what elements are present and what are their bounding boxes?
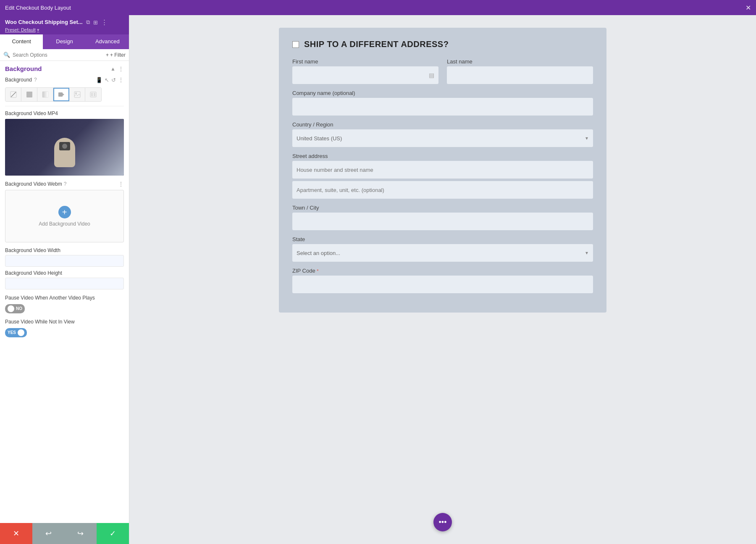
pause-video-view-toggle[interactable]: YES	[5, 328, 27, 337]
toggle-row-yes: YES	[5, 328, 124, 337]
svg-marker-5	[63, 93, 64, 96]
sidebar-header: Woo Checkout Shipping Set... ⧉ ⊞ ⋮ Prese…	[0, 15, 129, 34]
section-controls: ▲ ⋮	[110, 66, 124, 72]
state-row: State Select an option... ▾	[292, 236, 593, 262]
add-video-button[interactable]: + Add Background Video	[5, 190, 124, 242]
town-col: Town / City	[292, 205, 593, 230]
pause-video-another-toggle[interactable]: NO	[5, 304, 25, 313]
webm-more-icon[interactable]: ⋮	[118, 181, 124, 187]
filter-icon: +	[106, 52, 109, 58]
video-mp4-label: Background Video MP4	[5, 110, 124, 116]
svg-point-7	[75, 92, 77, 94]
collapse-icon[interactable]: ▲	[110, 66, 116, 72]
video-preview-image	[50, 138, 79, 176]
search-bar: 🔍 + + Filter	[0, 49, 129, 61]
tab-design[interactable]: Design	[43, 34, 86, 49]
state-select[interactable]: Select an option...	[292, 244, 593, 262]
floating-dots-button[interactable]: •••	[433, 513, 452, 531]
sidebar-grid-icon[interactable]: ⊞	[93, 19, 98, 26]
search-input[interactable]	[13, 52, 103, 58]
top-bar: Edit Checkout Body Layout ✕	[0, 0, 756, 15]
town-input[interactable]	[292, 213, 593, 230]
street-address-row: Street address	[292, 153, 593, 199]
video-height-label: Background Video Height	[5, 270, 124, 276]
form-title-row: SHIP TO A DIFFERENT ADDRESS?	[292, 39, 593, 49]
tab-advanced[interactable]: Advanced	[86, 34, 129, 49]
state-col: State Select an option... ▾	[292, 236, 593, 262]
street-address-input[interactable]	[292, 161, 593, 179]
country-row: Country / Region United States (US) Cana…	[292, 121, 593, 147]
link-icon[interactable]: ↖	[105, 77, 109, 83]
country-col: Country / Region United States (US) Cana…	[292, 121, 593, 147]
bg-type-none[interactable]	[5, 88, 21, 101]
country-label: Country / Region	[292, 121, 593, 128]
video-width-input[interactable]	[5, 255, 124, 267]
video-height-input[interactable]	[5, 278, 124, 289]
bg-type-video[interactable]	[53, 88, 69, 101]
bg-type-buttons	[5, 87, 102, 102]
bg-type-slideshow[interactable]	[85, 88, 101, 101]
bg-type-gradient[interactable]	[37, 88, 53, 101]
first-name-wrapper: ▤	[292, 66, 438, 84]
form-title: SHIP TO A DIFFERENT ADDRESS?	[304, 39, 449, 49]
pause-video-another-section: Pause Video When Another Video Plays NO	[0, 293, 129, 317]
close-icon[interactable]: ✕	[746, 4, 751, 12]
search-icon: 🔍	[3, 52, 10, 58]
webm-section: Background Video Webm ? ⋮ + Add Backgrou…	[0, 181, 129, 247]
company-row: Company name (optional)	[292, 90, 593, 116]
form-card: SHIP TO A DIFFERENT ADDRESS? First name …	[279, 28, 606, 313]
name-row: First name ▤ Last name	[292, 58, 593, 84]
video-width-section: Background Video Width	[0, 247, 129, 270]
bg-type-image[interactable]	[69, 88, 85, 101]
last-name-input[interactable]	[447, 66, 593, 84]
reset-icon[interactable]: ↺	[111, 77, 116, 83]
company-label: Company name (optional)	[292, 90, 593, 96]
first-name-label: First name	[292, 58, 438, 65]
town-row: Town / City	[292, 205, 593, 230]
field-more-icon[interactable]: ⋮	[118, 76, 124, 83]
zip-row: ZIP Code *	[292, 268, 593, 293]
street-address-label: Street address	[292, 153, 593, 159]
video-mp4-section: Background Video MP4	[0, 106, 129, 181]
undo-button[interactable]: ↩	[32, 523, 65, 544]
field-label-controls: 📱 ↖ ↺ ⋮	[96, 76, 124, 83]
first-name-col: First name ▤	[292, 58, 438, 84]
bottom-toolbar: ✕ ↩ ↪ ✓	[0, 523, 129, 544]
ship-to-different-checkbox[interactable]	[292, 41, 299, 48]
webm-label-row: Background Video Webm ? ⋮	[5, 181, 124, 187]
section-more-icon[interactable]: ⋮	[118, 66, 124, 72]
bg-type-color[interactable]	[21, 88, 37, 101]
state-label: State	[292, 236, 593, 242]
first-name-input[interactable]	[292, 66, 438, 84]
background-label: Background ? 📱 ↖ ↺ ⋮	[5, 76, 124, 83]
filter-button[interactable]: + + Filter	[106, 52, 126, 58]
sidebar-more-icon[interactable]: ⋮	[101, 18, 108, 26]
cancel-button[interactable]: ✕	[0, 523, 32, 544]
section-header: Background ▲ ⋮	[0, 61, 129, 75]
tab-bar: Content Design Advanced	[0, 34, 129, 49]
company-input[interactable]	[292, 98, 593, 116]
street-address-col: Street address	[292, 153, 593, 199]
required-star: *	[317, 268, 318, 273]
device-icon[interactable]: 📱	[96, 77, 102, 83]
sidebar-copy-icon[interactable]: ⧉	[86, 19, 90, 26]
svg-rect-4	[58, 92, 63, 97]
country-select[interactable]: United States (US) Canada United Kingdom	[292, 129, 593, 147]
add-video-plus-icon: +	[58, 206, 71, 218]
sidebar: Woo Checkout Shipping Set... ⧉ ⊞ ⋮ Prese…	[0, 15, 129, 544]
sidebar-preset[interactable]: Preset: Default ▾	[5, 27, 124, 33]
toggle-row-no: NO	[5, 304, 124, 313]
zip-input[interactable]	[292, 276, 593, 293]
save-button[interactable]: ✓	[97, 523, 129, 544]
top-bar-title: Edit Checkout Body Layout	[5, 5, 71, 11]
webm-help-icon[interactable]: ?	[64, 181, 67, 187]
toggle-knob	[8, 305, 14, 312]
svg-rect-3	[42, 92, 48, 97]
street-address-2-input[interactable]	[292, 181, 593, 199]
content-area: SHIP TO A DIFFERENT ADDRESS? First name …	[129, 15, 756, 544]
video-thumbnail[interactable]	[5, 119, 124, 176]
redo-button[interactable]: ↪	[65, 523, 97, 544]
sidebar-title: Woo Checkout Shipping Set...	[5, 19, 83, 25]
tab-content[interactable]: Content	[0, 34, 43, 49]
help-icon[interactable]: ?	[34, 77, 37, 83]
